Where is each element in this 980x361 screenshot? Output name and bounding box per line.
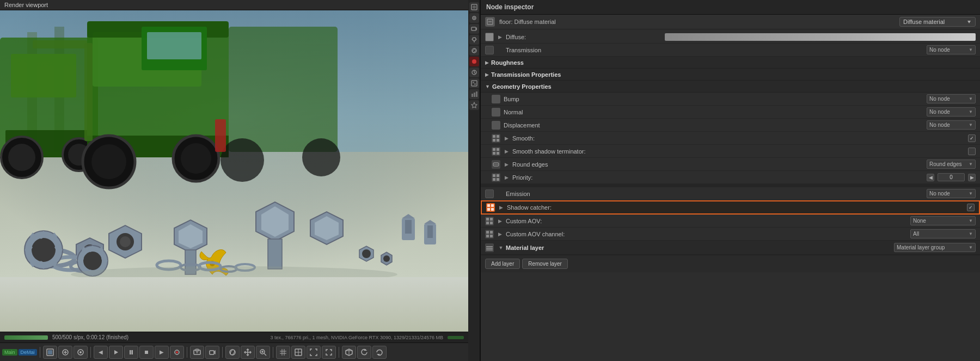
displacement-dropdown[interactable]: No node ▼: [927, 120, 976, 130]
toolbar-btn-next[interactable]: ▶: [155, 346, 169, 359]
sidebar-icon-camera[interactable]: [469, 24, 479, 34]
sidebar-icon-settings[interactable]: [469, 13, 479, 23]
remove-layer-button[interactable]: Remove layer: [522, 259, 568, 269]
toolbar-btn-cam2[interactable]: [205, 346, 219, 359]
smooth-shadow-expand[interactable]: ▶: [504, 149, 509, 154]
svg-point-116: [472, 59, 476, 64]
transmission-color-swatch[interactable]: [485, 46, 494, 54]
material-layer-section-header[interactable]: ▼ Material layer Material layer group ▼: [481, 241, 980, 255]
round-edges-expand[interactable]: ▶: [504, 162, 509, 167]
sidebar-icon-red[interactable]: [469, 57, 479, 66]
displacement-color-swatch[interactable]: [492, 121, 500, 130]
bump-dropdown-arrow: ▼: [969, 96, 973, 101]
svg-rect-82: [210, 351, 214, 354]
normal-dropdown-val: No node: [929, 109, 950, 115]
sidebar-icon-time[interactable]: [469, 68, 479, 77]
toolbar-btn-fullscreen[interactable]: [322, 346, 336, 359]
diffuse-color-swatch[interactable]: [485, 33, 494, 41]
toolbar-btn-scene[interactable]: [43, 346, 57, 359]
svg-rect-23: [33, 40, 87, 48]
toolbar-btn-reset[interactable]: [372, 346, 387, 359]
toolbar-btn-grid[interactable]: [276, 346, 290, 359]
custom-aov-channel-dropdown-arrow: ▼: [969, 231, 973, 236]
material-layer-expand[interactable]: ▼: [498, 245, 504, 250]
smooth-checkbox[interactable]: ✓: [968, 134, 976, 142]
svg-rect-137: [497, 152, 499, 155]
toolbar-btn-cam1[interactable]: [190, 346, 204, 359]
sidebar-icon-light[interactable]: [469, 35, 479, 45]
emission-color-swatch[interactable]: [485, 189, 494, 198]
diffuse-expand[interactable]: ▶: [497, 34, 503, 40]
bump-color-swatch[interactable]: [492, 95, 500, 103]
transmission-dropdown[interactable]: No node ▼: [927, 45, 976, 54]
svg-marker-129: [967, 21, 971, 23]
toolbar-btn-record[interactable]: [170, 346, 184, 359]
diffuse-value-bar[interactable]: [665, 33, 976, 41]
material-type-label: Diffuse material: [903, 19, 945, 25]
svg-line-112: [472, 38, 473, 38]
prop-row-emission: Emission No node ▼: [481, 187, 980, 200]
main-tag[interactable]: Main: [2, 349, 17, 356]
shadow-catcher-checkbox[interactable]: ✓: [967, 204, 975, 211]
custom-aov-channel-expand[interactable]: ▶: [497, 231, 503, 237]
panel-title: Node inspector: [486, 3, 975, 11]
node-inspector-panel: Node inspector floor: Diffuse material D…: [480, 0, 980, 361]
priority-icon: [492, 173, 500, 182]
bump-dropdown[interactable]: No node ▼: [927, 94, 976, 103]
toolbar-btn-stop[interactable]: [139, 346, 154, 359]
sidebar-icon-render[interactable]: [469, 2, 479, 12]
sidebar-icon-material[interactable]: [469, 46, 479, 56]
smooth-expand[interactable]: ▶: [504, 136, 509, 141]
emission-dropdown[interactable]: No node ▼: [927, 189, 976, 198]
svg-rect-125: [476, 91, 477, 97]
svg-rect-151: [490, 222, 493, 224]
sidebar-icon-star[interactable]: [469, 100, 479, 110]
svg-rect-157: [486, 248, 493, 249]
toolbar-btn-rotate-scene[interactable]: [357, 346, 371, 359]
add-layer-button[interactable]: Add layer: [485, 259, 520, 269]
toolbar-btn-prev[interactable]: ◀: [94, 346, 108, 359]
toolbar-btn-add[interactable]: [58, 346, 72, 359]
demain-tag[interactable]: DeMai: [19, 349, 37, 356]
material-layer-group-dropdown[interactable]: Material layer group ▼: [894, 243, 976, 252]
toolbar-btn-play[interactable]: [109, 346, 123, 359]
custom-aov-dropdown[interactable]: None ▼: [910, 216, 976, 225]
toolbar-btn-zoom-btn[interactable]: [256, 346, 270, 359]
custom-aov-channel-dropdown[interactable]: All ▼: [910, 229, 976, 238]
prop-row-custom-aov-channel: ▶ Custom AOV channel: All ▼: [481, 228, 980, 241]
round-edges-dropdown-val: Round edges: [929, 161, 962, 167]
toolbar-btn-pan[interactable]: [241, 346, 255, 359]
sidebar-icon-chart[interactable]: [469, 89, 479, 99]
toolbar-btn-pause[interactable]: [124, 346, 138, 359]
priority-next-arrow[interactable]: ▶: [968, 174, 976, 181]
transmission-props-section-header[interactable]: ▶ Transmission Properties: [481, 69, 980, 81]
inspector-header-row: floor: Diffuse material Diffuse material: [481, 15, 980, 29]
displacement-dropdown-val: No node: [929, 122, 950, 128]
priority-expand[interactable]: ▶: [504, 175, 509, 180]
priority-value-field[interactable]: 0: [938, 173, 965, 181]
roughness-section-header[interactable]: ▶ Roughness: [481, 57, 980, 69]
svg-marker-73: [114, 350, 118, 354]
shadow-catcher-expand[interactable]: ▶: [498, 205, 504, 210]
toolbar-btn-overlay[interactable]: [291, 346, 305, 359]
toolbar-btn-orbit[interactable]: [225, 346, 240, 359]
toolbar-btn-3d[interactable]: [342, 346, 356, 359]
svg-rect-156: [486, 246, 493, 247]
panel-header: Node inspector: [481, 0, 980, 15]
toolbar-btn-fit[interactable]: [307, 346, 321, 359]
normal-dropdown[interactable]: No node ▼: [927, 107, 976, 117]
svg-rect-130: [493, 135, 495, 138]
normal-color-swatch[interactable]: [492, 108, 500, 117]
round-edges-dropdown[interactable]: Round edges ▼: [927, 160, 976, 169]
material-type-dropdown[interactable]: Diffuse material: [899, 17, 976, 27]
toolbar-btn-render[interactable]: [74, 346, 88, 359]
sidebar-icon-node[interactable]: [469, 78, 479, 88]
smooth-shadow-checkbox[interactable]: [968, 148, 976, 155]
roughness-label: Roughness: [491, 59, 524, 66]
toolbar-sep-5: [273, 347, 273, 358]
custom-aov-expand[interactable]: ▶: [497, 218, 503, 224]
priority-prev-arrow[interactable]: ◀: [927, 174, 934, 181]
svg-rect-33: [268, 239, 282, 269]
prop-row-priority: ▶ Priority: ◀ 0 ▶: [481, 171, 980, 184]
geometry-section-header[interactable]: ▼ Geometry Properties: [481, 81, 980, 93]
